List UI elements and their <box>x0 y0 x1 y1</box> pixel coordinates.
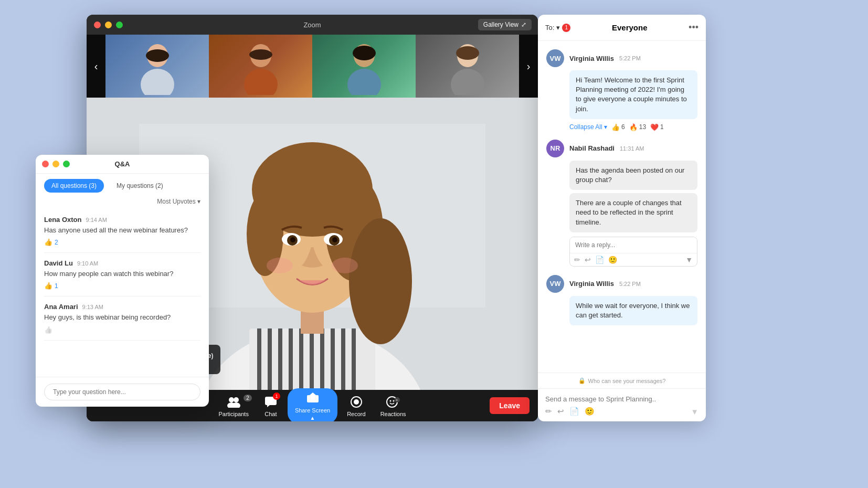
chat-attach-button[interactable]: 📄 <box>569 407 579 416</box>
chat-button[interactable]: 1 Chat <box>258 395 283 417</box>
thumbnail-1[interactable] <box>105 35 209 98</box>
chat-msg-header-3: VW Virginia Willis 5:22 PM <box>546 275 697 293</box>
qa-titlebar: Q&A <box>36 155 209 174</box>
zoom-titlebar: Zoom Gallery View ⤢ <box>87 15 538 35</box>
svg-rect-22 <box>320 328 324 390</box>
qa-like-button-1[interactable]: 👍 2 <box>44 238 58 246</box>
sender-name-3: Virginia Willis <box>569 280 614 288</box>
thumbnail-4[interactable] <box>416 35 519 98</box>
share-screen-button[interactable]: Share Screen ▲ <box>288 388 337 422</box>
chat-dropdown-icon[interactable]: ▾ <box>556 24 560 31</box>
chat-label: Chat <box>264 411 277 417</box>
prev-thumbnail-button[interactable]: ‹ <box>87 35 105 98</box>
qa-sort-dropdown[interactable]: Most Upvotes ▾ <box>36 198 209 209</box>
svg-rect-21 <box>310 328 314 390</box>
expand-icon: ⤢ <box>521 21 526 28</box>
share-screen-label: Share Screen <box>295 407 330 413</box>
chat-more-button[interactable]: ••• <box>689 22 698 33</box>
close-button[interactable] <box>94 22 101 28</box>
qa-q-header-1: Lena Oxton 9:14 AM <box>44 216 200 224</box>
qa-maximize-button[interactable] <box>63 161 70 167</box>
reply-quote-button[interactable]: ↩ <box>585 256 591 264</box>
qa-q-text-1: Has anyone used all the new webinar feat… <box>44 226 200 235</box>
svg-point-11 <box>456 46 479 60</box>
svg-text:+: + <box>396 398 398 402</box>
thumbsup-icon-1: 👍 <box>44 238 52 246</box>
qa-minimize-button[interactable] <box>52 161 59 167</box>
svg-point-36 <box>290 237 295 242</box>
msg-time-1: 5:22 PM <box>619 55 641 61</box>
svg-point-45 <box>234 397 239 402</box>
reactions-icon: + <box>386 395 400 409</box>
qa-like-button-2[interactable]: 👍 1 <box>44 282 58 290</box>
reply-input[interactable] <box>570 237 697 253</box>
fire-emoji: 🔥 <box>629 123 638 131</box>
reply-emoji-button[interactable]: 🙂 <box>608 256 617 264</box>
chat-badge: 1 <box>273 392 280 400</box>
thumbsup-icon-2: 👍 <box>44 282 52 290</box>
svg-rect-17 <box>268 328 272 390</box>
chat-to-badge: 1 <box>562 24 570 32</box>
qa-q-time-1: 9:14 AM <box>86 217 107 223</box>
svg-rect-23 <box>331 328 335 390</box>
thumbnail-3[interactable] <box>312 35 416 98</box>
record-button[interactable]: Record <box>342 395 371 417</box>
participants-button[interactable]: 2 Participants <box>213 395 253 417</box>
svg-marker-49 <box>267 405 270 407</box>
avatar-nabil: NR <box>546 140 564 157</box>
thumbsup-emoji: 👍 <box>611 123 620 131</box>
reaction-heart: ❤️ 1 <box>650 123 664 131</box>
qa-q-header-2: David Lu 9:10 AM <box>44 259 200 267</box>
reply-format-button[interactable]: ✏ <box>574 256 580 264</box>
qa-q-text-2: How many people can watch this webinar? <box>44 269 200 279</box>
reply-attach-button[interactable]: 📄 <box>595 256 604 264</box>
reaction-fire: 🔥 13 <box>629 123 646 131</box>
qa-close-button[interactable] <box>42 161 49 167</box>
qa-tab-mine[interactable]: My questions (2) <box>109 179 171 193</box>
maximize-button[interactable] <box>116 22 123 28</box>
chat-message-2: NR Nabil Rashadi 11:31 AM Has the agenda… <box>546 140 697 267</box>
chat-input-area: ✏ ↩ 📄 🙂 ▼ <box>538 388 706 421</box>
chat-message-1: VW Virginia Willis 5:22 PM Hi Team! Welc… <box>546 49 697 131</box>
collapse-all-link[interactable]: Collapse All ▾ <box>569 123 607 131</box>
avatar-virginia-1: VW <box>546 49 564 67</box>
svg-rect-24 <box>341 328 345 390</box>
thumbnail-2[interactable] <box>209 35 312 98</box>
qa-questions-list: Lena Oxton 9:14 AM Has anyone used all t… <box>36 209 209 377</box>
leave-button[interactable]: Leave <box>490 397 530 414</box>
chat-bubble-2: Has the agenda been posted on our group … <box>569 161 697 190</box>
reactions-label: Reactions <box>380 411 406 417</box>
svg-point-54 <box>354 399 359 405</box>
gallery-view-button[interactable]: Gallery View ⤢ <box>478 19 532 30</box>
who-can-see-text: Who can see your messages? <box>588 378 666 384</box>
qa-sort-label: Most Upvotes ▾ <box>157 198 200 205</box>
qa-window: Q&A All questions (3) My questions (2) M… <box>36 155 209 407</box>
chat-bubble-3: While we wait for everyone, I think we c… <box>569 296 697 325</box>
qa-input[interactable] <box>44 384 200 400</box>
chat-format-button[interactable]: ✏ <box>545 407 552 416</box>
chat-quote-button[interactable]: ↩ <box>557 407 564 416</box>
next-thumbnail-button[interactable]: › <box>519 35 538 98</box>
svg-point-8 <box>353 46 376 60</box>
chat-emoji-button[interactable]: 🙂 <box>585 407 595 416</box>
svg-rect-52 <box>312 395 314 399</box>
chat-send-button[interactable]: ▼ <box>691 407 698 416</box>
reactions-button[interactable]: + Reactions <box>375 395 411 417</box>
window-controls <box>94 22 123 28</box>
qa-like-count-2: 1 <box>55 282 58 290</box>
qa-question-2: David Lu 9:10 AM How many people can wat… <box>44 253 200 296</box>
svg-point-37 <box>332 237 337 242</box>
qa-tab-all[interactable]: All questions (3) <box>44 179 104 193</box>
qa-input-area <box>36 377 209 407</box>
chat-message-3: VW Virginia Willis 5:22 PM While we wait… <box>546 275 697 325</box>
chat-messages: VW Virginia Willis 5:22 PM Hi Team! Welc… <box>538 41 706 373</box>
qa-like-button-3[interactable]: 👍 <box>44 326 52 334</box>
chat-input[interactable] <box>545 395 698 403</box>
participants-count-label: 2 <box>244 395 252 401</box>
svg-rect-16 <box>257 328 261 390</box>
qa-q-header-3: Ana Amari 9:13 AM <box>44 303 200 311</box>
reply-send-button[interactable]: ▼ <box>685 256 693 264</box>
participants-label: Participants <box>218 411 248 417</box>
svg-point-7 <box>347 69 381 95</box>
minimize-button[interactable] <box>105 22 112 28</box>
